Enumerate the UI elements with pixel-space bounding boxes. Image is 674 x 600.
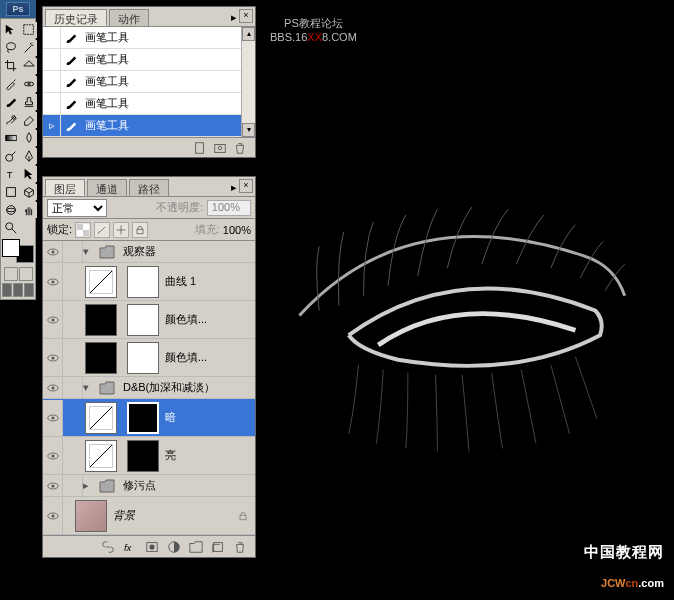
- quickmask-mode-button[interactable]: [19, 267, 33, 281]
- layer-name[interactable]: 暗: [161, 410, 176, 425]
- history-item[interactable]: ▹画笔工具: [43, 115, 255, 137]
- eye-icon[interactable]: [47, 278, 59, 286]
- history-item[interactable]: 画笔工具: [43, 71, 255, 93]
- screen-mode-1[interactable]: [2, 283, 12, 297]
- tab-history[interactable]: 历史记录: [45, 9, 107, 26]
- layer-row[interactable]: 背景: [43, 497, 255, 535]
- layer-thumbnail[interactable]: [85, 266, 117, 298]
- history-item[interactable]: 画笔工具: [43, 93, 255, 115]
- eye-icon[interactable]: [47, 452, 59, 460]
- layer-name[interactable]: 亮: [161, 448, 176, 463]
- tab-actions[interactable]: 动作: [109, 9, 149, 26]
- new-doc-from-state-icon[interactable]: [193, 141, 207, 155]
- layer-row[interactable]: 颜色填...: [43, 339, 255, 377]
- history-item[interactable]: 画笔工具: [43, 49, 255, 71]
- wand-tool[interactable]: [21, 40, 37, 56]
- panel-menu-icon[interactable]: ▸: [231, 11, 237, 24]
- 3d-tool-2[interactable]: [3, 202, 19, 218]
- stamp-tool[interactable]: [21, 94, 37, 110]
- move-tool[interactable]: [3, 22, 19, 38]
- eye-icon[interactable]: [47, 482, 59, 490]
- layer-name[interactable]: D&B(加深和减淡）: [119, 380, 215, 395]
- placeholder-tool[interactable]: [21, 220, 33, 236]
- layer-group[interactable]: ▾ D&B(加深和减淡）: [43, 377, 255, 399]
- layer-mask-thumbnail[interactable]: [127, 440, 159, 472]
- tab-paths[interactable]: 路径: [129, 179, 169, 196]
- group-collapse-arrow[interactable]: ▾: [83, 381, 95, 394]
- heal-tool[interactable]: [21, 76, 37, 92]
- layer-name[interactable]: 背景: [109, 508, 135, 523]
- layer-mask-thumbnail[interactable]: [127, 402, 159, 434]
- eye-icon[interactable]: [47, 512, 59, 520]
- mask-icon[interactable]: [145, 540, 159, 554]
- eye-icon[interactable]: [47, 384, 59, 392]
- tab-channels[interactable]: 通道: [87, 179, 127, 196]
- history-item[interactable]: 画笔工具: [43, 27, 255, 49]
- layer-thumbnail[interactable]: [75, 500, 107, 532]
- pen-tool[interactable]: [21, 148, 37, 164]
- brush-tool[interactable]: [3, 94, 19, 110]
- history-scrollbar[interactable]: ▴▾: [241, 27, 255, 137]
- crop-tool[interactable]: [3, 58, 19, 74]
- layer-group[interactable]: ▾ 观察器: [43, 241, 255, 263]
- layer-row[interactable]: 亮: [43, 437, 255, 475]
- layer-mask-thumbnail[interactable]: [127, 266, 159, 298]
- lock-transparent-icon[interactable]: [75, 222, 91, 238]
- fx-icon[interactable]: fx: [123, 540, 137, 554]
- eye-icon[interactable]: [47, 316, 59, 324]
- history-brush-tool[interactable]: [3, 112, 19, 128]
- eye-icon[interactable]: [47, 414, 59, 422]
- blend-mode-select[interactable]: 正常: [47, 199, 107, 217]
- group-collapse-arrow[interactable]: ▾: [83, 245, 95, 258]
- link-layers-icon[interactable]: [101, 540, 115, 554]
- layer-name[interactable]: 颜色填...: [161, 312, 207, 327]
- lock-position-icon[interactable]: [113, 222, 129, 238]
- new-layer-icon[interactable]: [211, 540, 225, 554]
- screen-mode-2[interactable]: [13, 283, 23, 297]
- layer-row[interactable]: 暗: [43, 399, 255, 437]
- layer-name[interactable]: 曲线 1: [161, 274, 196, 289]
- slice-tool[interactable]: [21, 58, 37, 74]
- tab-layers[interactable]: 图层: [45, 179, 85, 196]
- layer-mask-thumbnail[interactable]: [127, 342, 159, 374]
- gradient-tool[interactable]: [3, 130, 19, 146]
- marquee-tool[interactable]: [21, 22, 37, 38]
- eye-icon[interactable]: [47, 354, 59, 362]
- layer-thumbnail[interactable]: [85, 304, 117, 336]
- path-select-tool[interactable]: [21, 166, 37, 182]
- 3d-tool[interactable]: [21, 184, 37, 200]
- layer-name[interactable]: 修污点: [119, 478, 156, 493]
- opacity-value[interactable]: 100%: [207, 200, 251, 216]
- layer-group[interactable]: ▸ 修污点: [43, 475, 255, 497]
- panel-menu-icon[interactable]: ▸: [231, 181, 237, 194]
- group-icon[interactable]: [189, 540, 203, 554]
- layer-name[interactable]: 颜色填...: [161, 350, 207, 365]
- shape-tool[interactable]: [3, 184, 19, 200]
- panel-close-button[interactable]: ×: [239, 9, 253, 23]
- layer-row[interactable]: 曲线 1: [43, 263, 255, 301]
- layer-mask-thumbnail[interactable]: [127, 304, 159, 336]
- layer-thumbnail[interactable]: [85, 342, 117, 374]
- lock-pixels-icon[interactable]: [94, 222, 110, 238]
- trash-icon[interactable]: [233, 540, 247, 554]
- type-tool[interactable]: T: [3, 166, 19, 182]
- eraser-tool[interactable]: [21, 112, 37, 128]
- eye-icon[interactable]: [47, 248, 59, 256]
- blur-tool[interactable]: [21, 130, 37, 146]
- adjustment-icon[interactable]: [167, 540, 181, 554]
- group-collapse-arrow[interactable]: ▸: [83, 479, 95, 492]
- color-swatches[interactable]: [2, 239, 34, 263]
- layer-thumbnail[interactable]: [85, 440, 117, 472]
- new-snapshot-icon[interactable]: [213, 141, 227, 155]
- panel-close-button[interactable]: ×: [239, 179, 253, 193]
- layer-row[interactable]: 颜色填...: [43, 301, 255, 339]
- delete-state-icon[interactable]: [233, 141, 247, 155]
- lock-all-icon[interactable]: [132, 222, 148, 238]
- fill-value[interactable]: 100%: [223, 224, 251, 236]
- layer-thumbnail[interactable]: [85, 402, 117, 434]
- zoom-tool[interactable]: [3, 220, 19, 236]
- lasso-tool[interactable]: [3, 40, 19, 56]
- fg-color-swatch[interactable]: [2, 239, 20, 257]
- hand-tool[interactable]: [21, 202, 37, 218]
- eyedrop-tool[interactable]: [3, 76, 19, 92]
